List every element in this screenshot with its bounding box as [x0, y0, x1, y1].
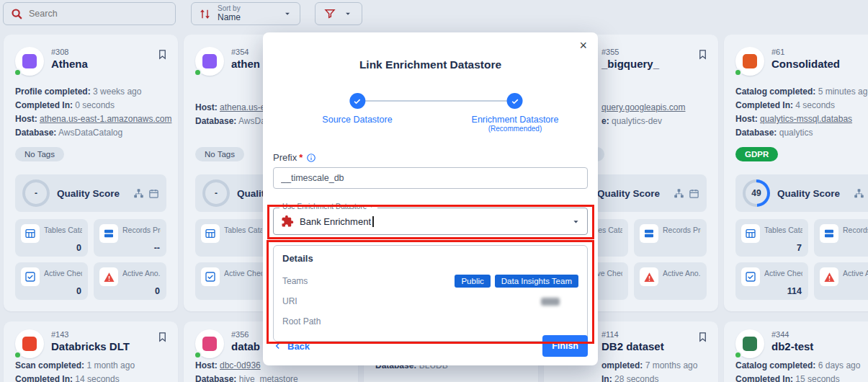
stat-tile: Tables Cata...7 — [735, 219, 808, 257]
table-icon — [741, 224, 760, 243]
step-label: Enrichment Datastore — [472, 115, 559, 125]
step-complete-icon — [507, 93, 523, 109]
details-row-teams: Teams Public Data Insights Team — [282, 271, 578, 291]
calendar-icon[interactable] — [148, 188, 159, 199]
schema-icon[interactable] — [674, 188, 684, 199]
datastore-logo — [735, 47, 764, 76]
step-source-datastore[interactable]: Source Datastore — [322, 93, 392, 125]
quality-score-panel: 49Quality Score — [735, 174, 868, 212]
stat-tile: Tables Cata...0 — [15, 219, 88, 257]
back-button[interactable]: Back — [273, 341, 310, 352]
warning-icon — [820, 267, 838, 286]
info-icon[interactable] — [306, 153, 316, 163]
quality-score-panel: -Quality Score — [15, 174, 166, 212]
stat-tile: Records Pro... — [634, 219, 707, 257]
stat-tile: Active Ano... — [634, 262, 707, 300]
datastore-logo — [15, 47, 44, 76]
datastore-name: _bigquery_ — [601, 58, 707, 70]
stat-tile: Tables Cata... — [195, 219, 268, 257]
datastore-name: Databricks DLT — [51, 340, 166, 352]
team-badge: Public — [455, 275, 490, 288]
stat-tile: Active Chec...0 — [15, 262, 88, 300]
datastore-field: Scan completed: 1 month ago — [15, 359, 166, 373]
datastore-card[interactable]: #308AthenaProfile completed: 3 weeks ago… — [4, 35, 178, 311]
datastore-field: Database: qualytics — [735, 126, 868, 140]
finish-button[interactable]: Finish — [542, 335, 588, 357]
datastore-id: #114 — [601, 330, 707, 339]
select-value: Bank Enrichment — [300, 216, 371, 227]
filter-dropdown[interactable] — [315, 2, 362, 25]
tag-pill: GDPR — [735, 147, 778, 161]
calendar-icon[interactable] — [689, 188, 699, 199]
stat-tile: Records Pro...-- — [94, 219, 166, 257]
warning-icon — [99, 267, 118, 286]
bookmark-icon[interactable] — [157, 332, 168, 345]
link-enrichment-dialog: × Link Enrichment Datastore Source Datas… — [263, 32, 598, 365]
close-icon[interactable]: × — [579, 39, 587, 52]
bookmark-icon[interactable] — [157, 49, 168, 63]
details-row-uri: URI — [282, 291, 578, 311]
records-icon — [99, 224, 118, 243]
datastore-logo — [195, 47, 224, 76]
schema-icon[interactable] — [854, 188, 864, 199]
sort-by-dropdown[interactable]: Sort by Name — [191, 2, 300, 25]
datastore-field: Completed In: 0 seconds — [15, 99, 166, 112]
stat-label: Records Pro... — [843, 226, 868, 234]
datastore-field: Profile completed: 3 weeks ago — [15, 85, 166, 99]
teams-label: Teams — [282, 276, 308, 286]
datastore-card[interactable]: #143Databricks DLTScan completed: 1 mont… — [4, 321, 178, 382]
tag-pill: No Tags — [195, 147, 244, 161]
stat-tile: Active Chec...114 — [735, 262, 808, 300]
datastore-field: query.googleapis.com — [601, 101, 707, 115]
stat-tile: Active Ano...0 — [94, 262, 166, 300]
stat-label: Active Chec... — [224, 269, 262, 277]
status-dot — [194, 68, 202, 76]
step-enrichment-datastore[interactable]: Enrichment Datastore (Recommended) — [472, 93, 559, 133]
stat-label: Tables Cata... — [764, 226, 802, 234]
enrichment-datastore-select[interactable]: Use Enrichment Datastore Bank Enrichment — [273, 208, 588, 235]
datastore-field: Host: athena.us-east-1.amazonaws.com — [15, 112, 166, 126]
quality-score-label: Quality Score — [777, 188, 849, 199]
datastore-field: Database: hive_metastore — [195, 373, 346, 382]
search-input[interactable] — [29, 9, 151, 19]
quality-score-ring: - — [22, 179, 50, 207]
records-icon — [640, 224, 658, 243]
stat-label: Active Ano... — [663, 269, 701, 277]
stat-value: -- — [154, 243, 160, 253]
prefix-input[interactable] — [273, 167, 588, 189]
datastore-field: Database: AwsDataCatalog — [15, 126, 166, 140]
datastore-card[interactable]: #61ConsolidatedCatalog completed: 5 minu… — [724, 35, 868, 311]
datastore-card[interactable]: #344db2-testCatalog completed: 6 days ag… — [724, 321, 868, 382]
root-path-label: Root Path — [282, 316, 321, 327]
card-header: #308Athena — [15, 46, 166, 79]
check-icon — [741, 267, 760, 286]
datastore-name: Consolidated — [771, 58, 868, 70]
datastore-field: In: 28 seconds — [601, 373, 707, 382]
bookmark-icon[interactable] — [697, 49, 708, 63]
datastore-id: #355 — [601, 48, 707, 56]
schema-icon[interactable] — [133, 188, 144, 199]
datastore-field: Catalog completed: 6 days ago — [735, 359, 868, 373]
select-floating-label: Use Enrichment Datastore — [282, 203, 367, 210]
enrichment-puzzle-icon — [281, 215, 294, 228]
sort-icon — [199, 8, 211, 20]
stat-value: 0 — [76, 286, 81, 296]
card-header: #344db2-test — [735, 329, 868, 357]
stat-label: Active Ano... — [843, 269, 868, 277]
datastore-field: Catalog completed: 5 minutes ago — [735, 85, 868, 99]
table-icon — [21, 224, 40, 243]
search-box[interactable] — [3, 2, 176, 25]
text-cursor — [372, 216, 374, 227]
datastore-id: #143 — [51, 330, 166, 339]
bookmark-icon[interactable] — [697, 332, 708, 345]
quality-score-label: Quality Score — [57, 188, 129, 199]
chevron-down-icon[interactable] — [571, 216, 581, 227]
uri-label: URI — [282, 296, 297, 306]
redacted-value — [541, 298, 560, 306]
datastore-id: #308 — [51, 48, 166, 56]
records-icon — [820, 224, 838, 243]
step-sublabel: (Recommended) — [472, 125, 559, 133]
stat-tile: Active Chec... — [195, 262, 268, 300]
team-badge: Data Insights Team — [495, 275, 578, 288]
details-title: Details — [282, 253, 578, 264]
